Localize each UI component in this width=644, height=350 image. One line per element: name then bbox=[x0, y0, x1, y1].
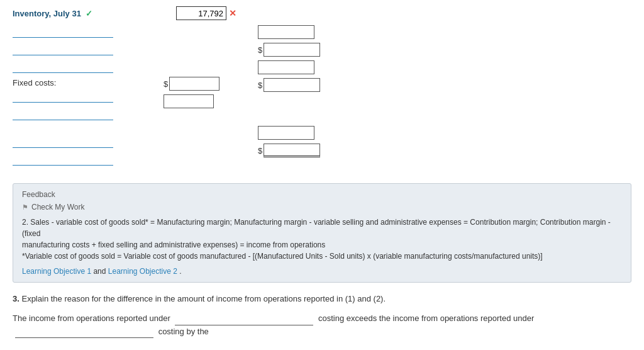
left-line-4 bbox=[13, 90, 113, 103]
inventory-row: Inventory, July 31 ✓ ✕ bbox=[13, 6, 631, 20]
mid-input-1[interactable] bbox=[169, 77, 219, 91]
question-3-text: Explain the reason for the difference in… bbox=[21, 294, 386, 303]
and-text: and bbox=[93, 267, 108, 276]
q3-answer-input-2[interactable] bbox=[15, 327, 153, 338]
inventory-input-group: ✕ bbox=[176, 6, 236, 20]
left-line-1 bbox=[13, 25, 113, 38]
right-column: $ $ $ bbox=[252, 25, 352, 171]
right-input-6-double[interactable] bbox=[264, 144, 320, 157]
feedback-body: 2. Sales - variable cost of goods sold* … bbox=[22, 217, 622, 262]
q3-end-text: costing by the bbox=[158, 327, 209, 336]
feedback-line3: *Variable cost of goods sold = Variable … bbox=[22, 252, 543, 261]
fixed-costs-label: Fixed costs: bbox=[13, 78, 151, 88]
left-line-6 bbox=[13, 135, 113, 148]
right-input-4-wrapper: $ bbox=[258, 78, 352, 92]
learning-obj-1-link[interactable]: Learning Objective 1 bbox=[22, 267, 91, 276]
mid-column: $ bbox=[151, 25, 252, 171]
right-input-1[interactable] bbox=[258, 25, 314, 39]
left-line-3 bbox=[13, 60, 113, 73]
mid-input-2[interactable] bbox=[164, 94, 214, 108]
feedback-section: Feedback ⚑ Check My Work 2. Sales - vari… bbox=[13, 183, 631, 283]
main-content: Fixed costs: $ $ bbox=[13, 25, 631, 171]
feedback-links: Learning Objective 1 and Learning Object… bbox=[22, 267, 622, 276]
question-3-answer-row: The income from operations reported unde… bbox=[13, 312, 631, 339]
right-input-2[interactable] bbox=[264, 43, 320, 57]
feedback-line2: manufacturing costs + fixed selling and … bbox=[22, 240, 325, 249]
mid-input-2-wrapper bbox=[164, 94, 252, 108]
q3-mid-text: costing exceeds the income from operatio… bbox=[318, 313, 534, 323]
check-my-work: ⚑ Check My Work bbox=[22, 203, 622, 212]
right-input-4[interactable] bbox=[264, 78, 320, 92]
left-line-2 bbox=[13, 43, 113, 55]
right-input-6-wrapper: $ bbox=[258, 144, 352, 157]
left-line-7 bbox=[13, 153, 113, 166]
right-input-1-wrapper bbox=[258, 25, 352, 39]
dollar-3: $ bbox=[258, 81, 262, 90]
q3-answer-input-1[interactable] bbox=[175, 314, 313, 325]
check-my-work-label: Check My Work bbox=[31, 203, 84, 212]
right-input-3[interactable] bbox=[258, 60, 314, 74]
page: Inventory, July 31 ✓ ✕ Fixed costs: $ bbox=[0, 0, 644, 350]
feedback-line1: 2. Sales - variable cost of goods sold* … bbox=[22, 218, 611, 238]
right-input-2-wrapper: $ bbox=[258, 43, 352, 57]
right-input-3-wrapper bbox=[258, 60, 352, 74]
check-icon: ✓ bbox=[86, 9, 92, 18]
inventory-value-input[interactable] bbox=[176, 6, 226, 20]
dollar-4: $ bbox=[258, 146, 262, 155]
q3-start-text: The income from operations reported unde… bbox=[13, 313, 170, 323]
right-input-5-wrapper bbox=[258, 126, 352, 140]
mid-input-1-wrapper: $ bbox=[164, 77, 252, 91]
question-number: 3. bbox=[13, 294, 19, 303]
left-column: Fixed costs: bbox=[13, 25, 151, 171]
period: . bbox=[179, 267, 181, 276]
question-3-title: 3. Explain the reason for the difference… bbox=[13, 293, 631, 306]
question-3-section: 3. Explain the reason for the difference… bbox=[13, 293, 631, 338]
inventory-label-text: Inventory, July 31 bbox=[13, 9, 81, 18]
learning-obj-2-link[interactable]: Learning Objective 2 bbox=[108, 267, 177, 276]
left-line-5 bbox=[13, 108, 113, 120]
inventory-x-icon[interactable]: ✕ bbox=[229, 8, 236, 18]
inventory-label: Inventory, July 31 ✓ bbox=[13, 9, 138, 18]
flag-icon: ⚑ bbox=[22, 203, 28, 212]
right-input-5[interactable] bbox=[258, 126, 314, 140]
feedback-title: Feedback bbox=[22, 190, 622, 199]
dollar-1: $ bbox=[164, 79, 168, 89]
dollar-2: $ bbox=[258, 45, 262, 55]
